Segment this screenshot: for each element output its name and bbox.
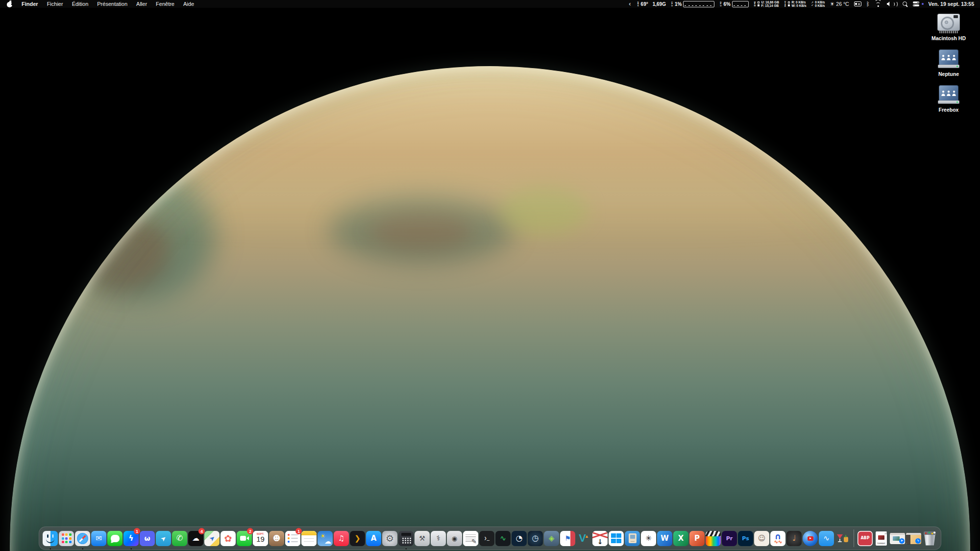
app-icon-calculator[interactable]: [398, 531, 414, 546]
app-icon-garageband[interactable]: ♩: [786, 531, 802, 546]
app-icon-torrent-file[interactable]: TORRENT: [874, 531, 889, 546]
app-icon-calendar[interactable]: SEPT.19: [253, 531, 268, 546]
app-icon-flag-utility[interactable]: ⚑: [560, 531, 575, 546]
dock-screenshot-utility[interactable]: ◉: [446, 527, 463, 550]
dock-terminal[interactable]: ❯_: [479, 527, 495, 550]
status-weather[interactable]: ☀26 °C: [830, 1, 849, 7]
menu-aller[interactable]: Aller: [132, 1, 151, 7]
app-icon-audacity[interactable]: ∩∿∿: [770, 531, 785, 546]
dock-adblock-plus[interactable]: ABP: [857, 527, 873, 550]
app-icon-maps[interactable]: ➤: [204, 531, 220, 546]
app-icon-photos[interactable]: ✿: [220, 531, 236, 546]
app-icon-whatsapp[interactable]: ✆: [172, 531, 187, 546]
dock-classic-mac-emulator[interactable]: [624, 527, 640, 550]
app-icon-finder[interactable]: [43, 531, 58, 546]
dock-finder[interactable]: [42, 527, 58, 550]
app-icon-weather[interactable]: ☀☁: [318, 531, 333, 546]
dock-discord[interactable]: ω: [139, 527, 155, 550]
dock-drawing-app[interactable]: ∿: [818, 527, 834, 550]
dock-snapchat[interactable]: ☁4: [188, 527, 204, 550]
dock-trash[interactable]: [922, 527, 938, 550]
dock-word[interactable]: W: [657, 527, 673, 550]
dock-garageband[interactable]: ♩: [786, 527, 802, 550]
status-disk[interactable]: DISKR: 0 KB/s W: 0 KB/s: [784, 0, 807, 7]
app-icon-trash[interactable]: [922, 531, 937, 546]
app-icon-disk-speed-test[interactable]: ◷: [528, 531, 543, 546]
app-icon-mail[interactable]: ✉: [91, 531, 106, 546]
status-gpu[interactable]: GPU6%: [719, 1, 748, 7]
dock-final-cut-pro[interactable]: [705, 527, 721, 550]
status-network[interactable]: ↗↙0 KB/s 0 KB/s: [811, 0, 825, 7]
menu-présentation[interactable]: Présentation: [93, 1, 132, 7]
dock-vuescan[interactable]: V▲: [576, 527, 592, 550]
dock-minimized-safari-window[interactable]: ➤: [889, 527, 906, 550]
dock-torrent-file[interactable]: TORRENT: [873, 527, 889, 550]
dock-notes[interactable]: [301, 527, 317, 550]
app-icon-discord[interactable]: ω: [140, 531, 155, 546]
dock-speedtest[interactable]: ◔: [511, 527, 527, 550]
app-icon-music[interactable]: ♫: [334, 531, 349, 546]
menu-fenêtre[interactable]: Fenêtre: [151, 1, 179, 7]
dock-maps[interactable]: ➤: [204, 527, 220, 550]
app-icon-pacifist[interactable]: ↓: [592, 531, 608, 546]
desktop-icon-neptune[interactable]: Neptune: [921, 49, 976, 77]
dock-photos[interactable]: ✿: [220, 527, 236, 550]
dock-contacts[interactable]: ☻: [269, 527, 285, 550]
app-icon-cube-utility[interactable]: ◈: [544, 531, 559, 546]
app-icon-windows-app[interactable]: [609, 531, 624, 546]
dock-app-store[interactable]: A: [366, 527, 382, 550]
dock-textedit[interactable]: ✎: [463, 527, 479, 550]
dock-messenger[interactable]: ϟ1: [123, 527, 139, 550]
menu-édition[interactable]: Édition: [68, 1, 93, 7]
dock-cocktail-app[interactable]: [834, 527, 851, 550]
apple-menu-icon[interactable]: [7, 1, 12, 7]
dock-audacity[interactable]: ∩∿∿: [770, 527, 786, 550]
dock-messages[interactable]: [107, 527, 123, 550]
app-icon-minimized-safari-window[interactable]: ➤: [890, 531, 905, 546]
app-icon-launchpad[interactable]: [59, 531, 74, 546]
desktop-icon-macintosh-hd[interactable]: Macintosh HD: [921, 14, 976, 41]
dock-excel[interactable]: X: [673, 527, 689, 550]
menu-finder[interactable]: Finder: [17, 1, 43, 7]
bluetooth-icon[interactable]: ᛒ: [866, 0, 870, 7]
dock-hardware-utility[interactable]: ⚒: [414, 527, 430, 550]
app-icon-photoshop[interactable]: Ps: [738, 531, 753, 546]
dock-mail[interactable]: ✉: [91, 527, 107, 550]
app-icon-app-store[interactable]: A: [366, 531, 381, 546]
app-icon-activity-monitor[interactable]: ∿: [495, 531, 511, 546]
dock-calculator[interactable]: [398, 527, 414, 550]
volume-icon[interactable]: [887, 1, 898, 7]
dock-system-settings[interactable]: ⚙: [382, 527, 398, 550]
app-icon-word[interactable]: W: [657, 531, 672, 546]
dock-disk-speed-test[interactable]: ◷: [527, 527, 543, 550]
spotlight-icon[interactable]: [903, 1, 908, 7]
status-cpu[interactable]: CPU1%: [671, 1, 714, 7]
app-icon-adblock-plus[interactable]: ABP: [858, 531, 873, 546]
app-icon-drawing-app[interactable]: ∿: [819, 531, 834, 546]
dock-diagnostics-utility[interactable]: ⚕: [430, 527, 446, 550]
app-icon-cocktail-app[interactable]: [835, 531, 850, 546]
dock-weather[interactable]: ☀☁: [317, 527, 333, 550]
dock-gimp[interactable]: ☺: [754, 527, 770, 550]
app-icon-system-settings[interactable]: ⚙: [382, 531, 397, 546]
dock-telegram[interactable]: ➤: [155, 527, 172, 550]
app-icon-final-cut-pro[interactable]: [706, 531, 721, 546]
control-center-icon[interactable]: [913, 1, 919, 7]
dock-pacifist[interactable]: ↓: [592, 527, 608, 550]
dock-facetime[interactable]: 2: [236, 527, 252, 550]
status-collapse-chevron[interactable]: ‹: [628, 1, 632, 6]
dock-cube-utility[interactable]: ◈: [543, 527, 560, 550]
dock-premiere-pro[interactable]: Pr: [721, 527, 737, 550]
app-icon-contacts[interactable]: ☻: [269, 531, 284, 546]
menu-fichier[interactable]: Fichier: [43, 1, 68, 7]
dock-minimized-messenger-window[interactable]: ϟ: [906, 527, 922, 550]
status-memory[interactable]: MEMU: 16,86 GB F: 15,14 GB: [754, 0, 779, 7]
dock-flag-utility[interactable]: ⚑: [560, 527, 576, 550]
app-icon-safari[interactable]: [75, 531, 90, 546]
dock-plex[interactable]: ❯: [349, 527, 366, 550]
app-icon-powerpoint[interactable]: P: [689, 531, 705, 546]
app-icon-notes[interactable]: [301, 531, 317, 546]
app-icon-plex[interactable]: ❯: [350, 531, 365, 546]
dock-powerpoint[interactable]: P: [689, 527, 705, 550]
menu-aide[interactable]: Aide: [179, 1, 198, 7]
